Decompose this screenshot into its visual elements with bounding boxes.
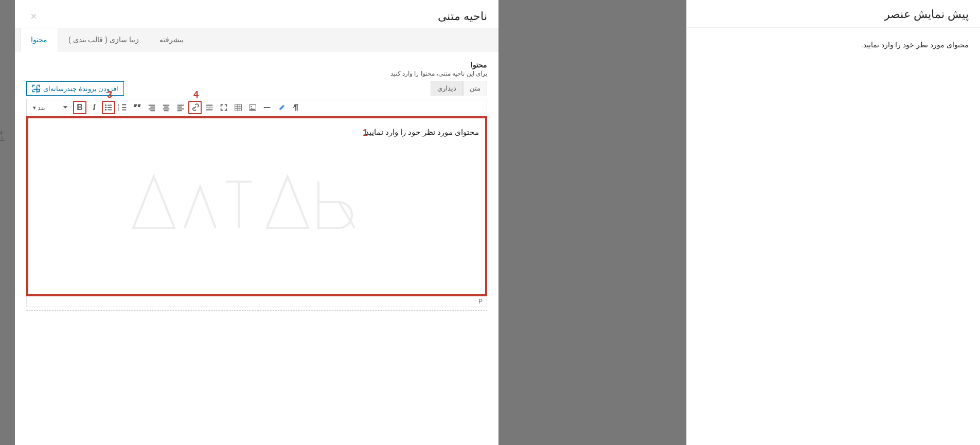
align-center-icon [162, 103, 171, 112]
preview-body: محتوای مورد نظر خود را وارد نمایید. [687, 28, 980, 62]
preview-pane: پیش نمایش عنصر محتوای مورد نظر خود را وا… [686, 0, 980, 445]
format-dropdown[interactable]: بند [30, 103, 58, 113]
svg-rect-19 [164, 110, 169, 111]
section-title: محتوا [26, 61, 487, 69]
svg-rect-22 [177, 109, 184, 110]
media-icon [32, 84, 40, 93]
toolbar-fullscreen-button[interactable] [217, 101, 230, 114]
toolbar-italic-button[interactable]: I [87, 101, 101, 114]
modal-title: ناحیه متنی [41, 10, 487, 23]
svg-rect-12 [149, 105, 155, 106]
image-icon [248, 103, 257, 112]
toolbar-bullet-list-button[interactable]: 3 [102, 101, 115, 114]
align-left-icon [176, 103, 185, 112]
annotation-1: 1 [363, 128, 368, 138]
toolbar-readmore-button[interactable] [203, 101, 216, 114]
close-button[interactable]: × [26, 8, 41, 25]
svg-rect-16 [163, 105, 170, 106]
svg-rect-9 [122, 107, 126, 108]
italic-icon: I [93, 103, 96, 112]
editor-tab-visual[interactable]: دیداری [431, 81, 463, 96]
table-icon [234, 103, 243, 112]
insert-more-icon [205, 103, 214, 112]
editor-toolbar: بند B 2 I 3 123 4 [26, 99, 487, 116]
chevron-down-icon [61, 103, 70, 112]
eyedropper-icon [277, 103, 286, 112]
svg-rect-23 [177, 110, 182, 111]
toolbar-bold-button[interactable]: B 2 [73, 101, 86, 114]
svg-point-2 [105, 107, 106, 109]
toolbar-paragraph-button[interactable] [289, 101, 302, 114]
toolbar-align-right-button[interactable] [145, 101, 158, 114]
bg-frag-5: ـهبو [0, 128, 5, 135]
fullscreen-icon [219, 103, 228, 112]
editor-content-text: محتوای مورد نظر خود را وارد نمایید. [363, 128, 479, 136]
toolbar-align-center-button[interactable] [159, 101, 173, 114]
toolbar-link-button[interactable]: 4 [188, 101, 202, 114]
editor-wrapper: بند B 2 I 3 123 4 [26, 99, 487, 307]
svg-rect-27 [235, 104, 242, 111]
annotation-3: 3 [107, 90, 112, 100]
toolbar-hr-button[interactable] [260, 101, 274, 114]
svg-point-4 [105, 109, 106, 111]
tab-styling[interactable]: زیبا سازی ( قالب بندی ) [58, 28, 149, 51]
tab-content[interactable]: محتوا [20, 28, 58, 51]
svg-text:3: 3 [118, 108, 119, 111]
editor-tab-text[interactable]: متن [463, 81, 487, 96]
svg-rect-7 [122, 104, 126, 105]
svg-point-33 [251, 106, 252, 107]
text-area-modal: ناحیه متنی × محتوا زیبا سازی ( قالب بندی… [15, 0, 498, 445]
preview-title: پیش نمایش عنصر [687, 0, 980, 28]
toolbar-image-button[interactable] [246, 101, 259, 114]
toolbar-align-left-button[interactable] [174, 101, 187, 114]
modal-header: ناحیه متنی × [15, 0, 498, 28]
svg-rect-13 [150, 106, 155, 108]
svg-rect-5 [108, 110, 112, 111]
toolbar-grid-button[interactable] [231, 101, 245, 114]
svg-rect-17 [164, 106, 169, 108]
svg-rect-3 [108, 107, 112, 108]
modal-tabs: محتوا زیبا سازی ( قالب بندی ) پیشرفته [15, 28, 498, 51]
toolbar-blockquote-button[interactable] [131, 101, 144, 114]
content-editor[interactable]: محتوای مورد نظر خود را وارد نمایید. 1 [26, 116, 487, 296]
toolbar-eyedropper-button[interactable] [275, 101, 288, 114]
svg-rect-34 [264, 107, 271, 108]
toolbar-kitchensink-button[interactable] [59, 101, 72, 114]
toolbar-numbered-list-button[interactable]: 123 [116, 101, 130, 114]
watermark [123, 161, 390, 252]
svg-rect-1 [108, 105, 112, 106]
svg-rect-20 [177, 105, 184, 106]
tab-advanced[interactable]: پیشرفته [149, 28, 194, 51]
numbered-list-icon: 123 [118, 103, 128, 112]
bullet-list-icon [104, 103, 113, 112]
bg-frag-6: ـلشـ [0, 135, 5, 143]
hr-icon [262, 103, 272, 112]
editor-status-bar: P [26, 296, 487, 307]
svg-rect-11 [122, 110, 126, 111]
align-right-icon [147, 103, 156, 112]
link-icon [190, 103, 200, 112]
svg-rect-18 [163, 109, 170, 110]
svg-rect-21 [177, 106, 182, 108]
section-divider [26, 310, 487, 311]
svg-rect-14 [149, 109, 155, 110]
svg-point-0 [105, 104, 106, 106]
section-description: برای این ناحیه متنی، محتوا را وارد کنید [26, 70, 487, 77]
annotation-4: 4 [193, 90, 199, 100]
svg-rect-26 [206, 110, 213, 111]
svg-rect-15 [150, 110, 155, 111]
bold-icon: B [77, 103, 83, 112]
svg-rect-25 [206, 107, 213, 108]
editor-mode-tabs: متن دیداری [431, 81, 487, 96]
quote-icon [133, 103, 142, 112]
modal-body: محتوا برای این ناحیه متنی، محتوا را وارد… [15, 51, 498, 320]
pilcrow-icon [291, 103, 300, 112]
svg-rect-24 [206, 105, 213, 106]
